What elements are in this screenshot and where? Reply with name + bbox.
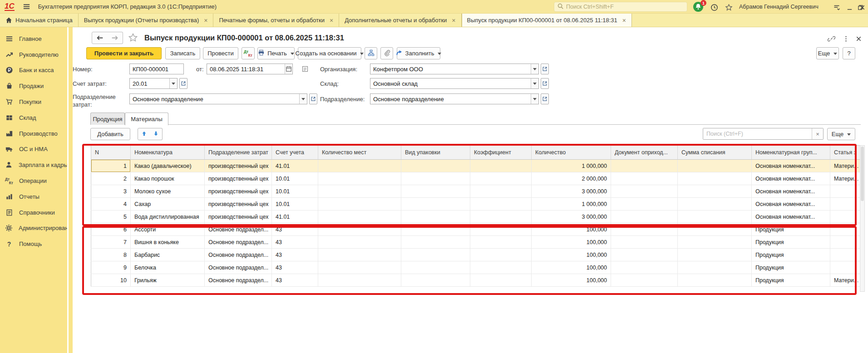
global-search-input[interactable]	[566, 4, 684, 10]
grid-cell[interactable]: Сахар	[131, 198, 205, 211]
grid-cell[interactable]: 8	[91, 249, 131, 261]
move-row-down-button[interactable]	[150, 128, 163, 140]
grid-cell[interactable]: Продукция	[752, 223, 830, 236]
grid-cell[interactable]: Основная номенклат...	[752, 198, 830, 211]
create-based-on-button[interactable]: Создать на основании	[298, 47, 361, 59]
grid-cell[interactable]	[611, 274, 678, 287]
save-button[interactable]: Записать	[165, 47, 200, 59]
department-input[interactable]	[370, 94, 531, 104]
clear-search-icon[interactable]: ×	[812, 128, 823, 139]
tab-4[interactable]: Выпуск продукции КП00-000001 от 08.06.20…	[462, 14, 632, 27]
current-user[interactable]: Абрамов Геннадий Сергеевич	[739, 4, 819, 10]
grid-cell[interactable]: 9	[91, 261, 131, 274]
grid-cell[interactable]: Основная номенклат...	[752, 172, 830, 185]
post-button[interactable]: Провести	[203, 47, 238, 59]
column-header[interactable]: Количество	[532, 146, 611, 160]
history-icon[interactable]	[708, 1, 720, 13]
grid-cell[interactable]	[611, 160, 678, 172]
grid-search-input[interactable]	[703, 128, 812, 139]
grid-cell[interactable]	[470, 172, 532, 185]
sidebar-item-grid[interactable]: Склад	[0, 110, 67, 126]
grid-cell[interactable]: 10	[91, 274, 131, 287]
help-button[interactable]: ?	[843, 47, 855, 59]
grid-cell[interactable]	[318, 274, 401, 287]
grid-cell[interactable]	[318, 261, 401, 274]
sidebar-item-cart[interactable]: Покупки	[0, 94, 67, 110]
tab-1[interactable]: Выпуск продукции (Отчеты производства)×	[79, 14, 214, 27]
grid-cell[interactable]	[470, 223, 532, 236]
grid-cell[interactable]: Матери...	[830, 274, 860, 287]
grid-cell[interactable]: 43	[272, 249, 318, 261]
grid-cell[interactable]: 41.01	[272, 211, 318, 223]
subordination-structure-button[interactable]	[365, 47, 377, 59]
sidebar-item-gear[interactable]: Администрирование	[0, 221, 67, 236]
window-minimize-icon[interactable]	[843, 1, 855, 13]
grid-more-button[interactable]: Еще	[827, 128, 855, 140]
grid-cell[interactable]: Основное подраздел...	[205, 223, 272, 236]
grid-cell[interactable]: 43	[272, 223, 318, 236]
grid-cell[interactable]	[678, 236, 752, 249]
tab-close-icon[interactable]: ×	[622, 17, 626, 24]
grid-cell[interactable]	[830, 198, 860, 211]
grid-cell[interactable]	[318, 198, 401, 211]
sidebar-item-menu[interactable]: Главное	[0, 31, 67, 47]
grid-cell[interactable]: 3	[91, 185, 131, 198]
grid-cell[interactable]	[678, 249, 752, 261]
grid-cell[interactable]	[470, 274, 532, 287]
grid-cell[interactable]: 10.01	[272, 185, 318, 198]
grid-cell[interactable]	[830, 185, 860, 198]
sidebar-item-bag[interactable]: Продажи	[0, 78, 67, 94]
grid-cell[interactable]	[678, 211, 752, 223]
grid-cell[interactable]: 100,000	[532, 274, 611, 287]
grid-cell[interactable]	[401, 172, 470, 185]
sidebar-item-help[interactable]: ?Помощь	[0, 236, 67, 252]
grid-cell[interactable]: 1 000,000	[532, 198, 611, 211]
grid-cell[interactable]: Основное подраздел...	[205, 261, 272, 274]
grid-cell[interactable]	[611, 172, 678, 185]
grid-cell[interactable]	[830, 249, 860, 261]
column-header[interactable]: Счет учета	[272, 146, 318, 160]
post-and-close-button[interactable]: Провести и закрыть	[86, 47, 162, 59]
grid-cell[interactable]	[678, 160, 752, 172]
grid-cell[interactable]: 100,000	[532, 236, 611, 249]
tab-close-icon[interactable]: ×	[204, 17, 207, 24]
open-organization-button[interactable]	[541, 64, 549, 74]
grid-cell[interactable]: Барбарис	[131, 249, 205, 261]
grid-cell[interactable]: 5	[91, 211, 131, 223]
grid-cell[interactable]: 1 000,000	[532, 160, 611, 172]
grid-cell[interactable]: 100,000	[532, 223, 611, 236]
grid-cell[interactable]	[401, 261, 470, 274]
number-input[interactable]	[130, 64, 183, 74]
grid-cell[interactable]: 41.01	[272, 160, 318, 172]
grid-cell[interactable]: Основное подраздел...	[205, 249, 272, 261]
grid-cell[interactable]: 7	[91, 236, 131, 249]
sidebar-item-factory[interactable]: Производство	[0, 126, 67, 142]
grid-cell[interactable]	[401, 249, 470, 261]
grid-cell[interactable]	[830, 223, 860, 236]
grid-cell[interactable]	[401, 274, 470, 287]
service-menu-icon[interactable]	[831, 1, 843, 13]
grid-cell[interactable]: Белочка	[131, 261, 205, 274]
tab-3[interactable]: Дополнительные отчеты и обработки×	[339, 14, 461, 27]
grid-cell[interactable]: Ассорти	[131, 223, 205, 236]
grid-cell[interactable]: 3 000,000	[532, 185, 611, 198]
grid-scrollbar[interactable]	[860, 145, 865, 292]
sidebar-item-truck[interactable]: ОС и НМА	[0, 142, 67, 157]
grid-cell[interactable]	[318, 160, 401, 172]
grid-cell[interactable]: Вода дистиллированная	[131, 211, 205, 223]
grid-cell[interactable]: 3 000,000	[532, 211, 611, 223]
grid-cell[interactable]: производственный цех	[205, 160, 272, 172]
grid-cell[interactable]	[830, 261, 860, 274]
grid-cell[interactable]	[318, 211, 401, 223]
dropdown-caret-icon[interactable]	[531, 78, 538, 88]
grid-cell[interactable]	[830, 211, 860, 223]
add-row-button[interactable]: Добавить	[90, 128, 130, 140]
sidebar-item-dtkt[interactable]: ДтКтОперации	[0, 173, 67, 189]
grid-cell[interactable]: 43	[272, 261, 318, 274]
grid-cell[interactable]: 43	[272, 274, 318, 287]
dropdown-caret-icon[interactable]	[531, 94, 538, 104]
grid-cell[interactable]	[470, 236, 532, 249]
column-header[interactable]: N	[91, 146, 131, 160]
scrollbar-thumb[interactable]	[861, 147, 864, 201]
grid-cell[interactable]: Основная номенклат...	[752, 211, 830, 223]
